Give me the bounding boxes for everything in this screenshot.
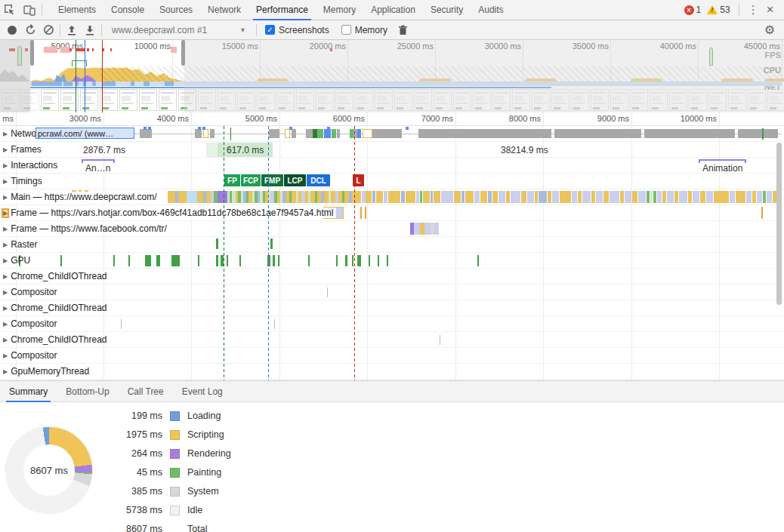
main-flame-segment[interactable] xyxy=(372,191,375,203)
main-flame-segment[interactable] xyxy=(674,191,678,203)
main-flame-segment[interactable] xyxy=(480,191,487,203)
expand-arrow-icon[interactable]: ▶ xyxy=(3,337,8,343)
main-flame-segment[interactable] xyxy=(434,191,440,203)
main-flame-segment[interactable] xyxy=(662,191,666,203)
main-flame-segment[interactable] xyxy=(420,191,422,203)
bottom-tab-event-log[interactable]: Event Log xyxy=(173,381,232,402)
main-flame-segment[interactable] xyxy=(688,191,692,203)
warning-count-badge[interactable]: 53 xyxy=(707,5,730,15)
main-flame-segment[interactable] xyxy=(582,191,591,203)
network-request-chip[interactable] xyxy=(269,129,279,138)
gpu-task-bar[interactable] xyxy=(273,255,275,266)
error-count-badge[interactable]: ×1 xyxy=(684,5,702,15)
screenshot-thumbnail[interactable] xyxy=(41,89,59,111)
delete-recording-icon[interactable] xyxy=(394,21,412,39)
main-flame-segment[interactable] xyxy=(591,191,595,203)
reload-and-record-button[interactable] xyxy=(21,21,39,39)
track-label[interactable]: ▶Timings xyxy=(3,176,42,186)
raster-task-bar[interactable] xyxy=(270,238,273,249)
expand-arrow-icon[interactable]: ▶ xyxy=(3,368,8,375)
main-flame-segment[interactable] xyxy=(416,191,419,203)
track-row-thread[interactable]: ▶Chrome_ChildIOThread xyxy=(0,300,784,316)
track-row-thread[interactable]: ▶Chrome_ChildIOThread xyxy=(0,332,784,348)
main-flame-segment[interactable] xyxy=(632,191,637,203)
expand-arrow-icon[interactable]: ▶ xyxy=(3,273,8,280)
close-devtools-icon[interactable]: × xyxy=(765,3,779,17)
track-label[interactable]: ▶Compositor xyxy=(3,318,57,329)
main-flame-segment[interactable] xyxy=(657,191,662,203)
selected-network-request[interactable]: pcrawl.com/ (www… xyxy=(35,128,134,139)
main-flame-segment[interactable] xyxy=(572,191,577,203)
main-flame-segment[interactable] xyxy=(620,191,624,203)
tab-security[interactable]: Security xyxy=(423,0,471,20)
track-label[interactable]: ▶Chrome_ChildIOThread xyxy=(3,271,107,281)
gpu-task-bar[interactable] xyxy=(336,255,338,266)
expand-arrow-icon[interactable]: ▶ xyxy=(3,210,8,217)
bottom-tab-call-tree[interactable]: Call Tree xyxy=(119,381,173,402)
network-request-chip[interactable] xyxy=(285,129,290,138)
track-label[interactable]: ▶Chrome_ChildIOThread xyxy=(3,303,107,313)
gpu-task-bar[interactable] xyxy=(239,255,241,266)
main-flame-segment[interactable] xyxy=(488,191,492,203)
track-row-frame_hotjar[interactable]: ▶Frame — https://vars.hotjar.com/box-469… xyxy=(0,205,784,221)
track-row-interactions[interactable]: An…nAnimation▶Interactions xyxy=(0,158,784,174)
gpu-task-bar[interactable] xyxy=(387,255,388,266)
network-request-chip[interactable] xyxy=(644,129,735,138)
vertical-scrollbar[interactable] xyxy=(776,143,782,305)
track-label[interactable]: ▶Raster xyxy=(3,239,38,250)
main-flame-segment[interactable] xyxy=(706,191,713,203)
expand-arrow-icon[interactable]: ▶ xyxy=(3,226,8,232)
device-toolbar-icon[interactable] xyxy=(20,0,39,20)
expand-arrow-icon[interactable]: ▶ xyxy=(3,131,8,137)
memory-checkbox[interactable]: Memory xyxy=(341,25,387,35)
main-flame-segment[interactable] xyxy=(366,191,372,203)
network-request-chip[interactable] xyxy=(203,129,208,138)
screenshot-thumbnail[interactable] xyxy=(159,89,177,111)
track-row-timings[interactable]: FPFCPFMPLCPDCLL▶Timings xyxy=(0,174,784,189)
main-flame-segment[interactable] xyxy=(474,191,480,203)
main-flame-segment[interactable] xyxy=(653,191,656,203)
expand-arrow-icon[interactable]: ▶ xyxy=(3,194,8,201)
timing-badge-lcp[interactable]: LCP xyxy=(284,174,306,186)
network-request-chip[interactable] xyxy=(418,129,551,138)
more-options-icon[interactable]: ⋮ xyxy=(742,3,765,17)
network-request-chip[interactable] xyxy=(332,129,336,138)
main-flame-segment[interactable] xyxy=(178,191,187,203)
track-label[interactable]: ▶Chrome_ChildIOThread xyxy=(3,334,107,345)
track-label[interactable]: ▶Compositor xyxy=(3,350,57,361)
track-row-gpu[interactable]: ▶GPU xyxy=(0,253,784,269)
bottom-tab-summary[interactable]: Summary xyxy=(0,381,57,402)
expand-arrow-icon[interactable]: ▶ xyxy=(3,321,8,328)
gpu-task-bar[interactable] xyxy=(171,255,180,266)
window-right-handle[interactable] xyxy=(181,40,185,66)
track-row-frames[interactable]: 2876.7 ms617.0 ms38214.9 ms▶Frames xyxy=(0,142,784,158)
gpu-task-bar[interactable] xyxy=(352,255,353,266)
gpu-task-bar[interactable] xyxy=(369,255,370,266)
network-request-chip[interactable] xyxy=(306,129,313,138)
frame-activity-segment[interactable] xyxy=(414,223,420,235)
main-flame-segment[interactable] xyxy=(736,191,745,203)
gpu-task-bar[interactable] xyxy=(216,255,218,266)
main-flame-segment[interactable] xyxy=(714,191,729,203)
tab-performance[interactable]: Performance xyxy=(248,0,316,20)
screenshot-thumbnail[interactable] xyxy=(119,89,137,111)
network-request-chip[interactable] xyxy=(292,129,296,138)
main-flame-segment[interactable] xyxy=(465,191,474,203)
gpu-task-bar[interactable] xyxy=(227,255,228,266)
network-request-chip[interactable] xyxy=(372,129,402,138)
gpu-task-bar[interactable] xyxy=(113,255,115,266)
main-flame-segment[interactable] xyxy=(560,191,571,203)
main-flame-segment[interactable] xyxy=(610,191,619,203)
gpu-task-bar[interactable] xyxy=(145,255,151,266)
main-flame-segment[interactable] xyxy=(757,191,762,203)
gpu-task-bar[interactable] xyxy=(198,255,199,266)
gpu-task-bar[interactable] xyxy=(477,255,479,266)
network-request-chip[interactable] xyxy=(357,129,361,138)
tab-memory[interactable]: Memory xyxy=(316,0,363,20)
main-flame-segment[interactable] xyxy=(388,191,400,203)
raster-task-bar[interactable] xyxy=(216,238,218,249)
frame-activity-segment[interactable] xyxy=(424,223,431,235)
gpu-task-bar[interactable] xyxy=(278,255,279,266)
main-flame-segment[interactable] xyxy=(730,191,735,203)
track-label[interactable]: ▶Main — https://www.deepcrawl.com/ xyxy=(3,192,159,202)
